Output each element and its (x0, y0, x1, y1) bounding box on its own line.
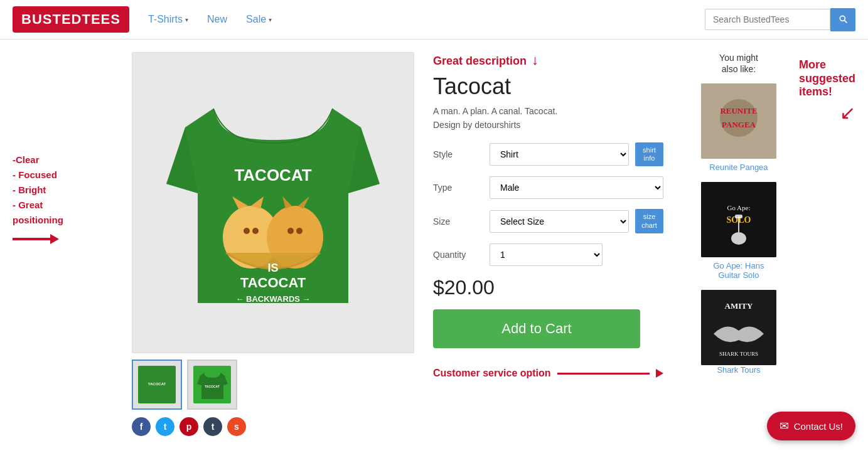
annotation-clear-focused-bright: -Clear - Focused - Bright - Great positi… (13, 152, 119, 228)
pinterest-icon[interactable]: p (179, 417, 198, 436)
type-row: Type Male Female (433, 176, 663, 199)
svg-text:TACOCAT: TACOCAT (240, 275, 306, 290)
svg-text:PANGEA: PANGEA (722, 120, 756, 129)
suggested-name-reunite: Reunite Pangea (682, 163, 795, 172)
nav-tshirts[interactable]: T-Shirts ▾ (148, 14, 188, 25)
thumbnail-1[interactable]: TACOCAT (132, 360, 182, 410)
mail-icon: ✉ (780, 419, 789, 433)
svg-point-23 (731, 232, 746, 245)
size-label: Size (433, 216, 483, 226)
svg-text:TACOCAT: TACOCAT (147, 382, 166, 386)
svg-text:SHARK TOURS: SHARK TOURS (719, 351, 758, 357)
type-label: Type (433, 183, 483, 193)
quantity-label: Quantity (433, 250, 483, 260)
suggested-img-shark: AMITY SHARK TOURS (701, 290, 776, 365)
type-select[interactable]: Male Female (490, 176, 663, 199)
size-select[interactable]: Select Size S M L XL 2XL (490, 210, 629, 233)
add-to-cart-button[interactable]: Add to Cart (433, 309, 640, 348)
shirt-info-button[interactable]: shirt info (635, 142, 663, 166)
svg-point-6 (296, 228, 303, 234)
suggested-img-reunite: REUNITE PANGEA (701, 83, 776, 159)
main-content: -Clear - Focused - Bright - Great positi… (0, 40, 868, 449)
svg-text:TACOCAT: TACOCAT (234, 166, 311, 184)
suggested-item-reunite[interactable]: REUNITE PANGEA Reunite Pangea (682, 83, 795, 172)
nav-sale[interactable]: Sale ▾ (246, 14, 272, 25)
svg-point-17 (720, 99, 758, 137)
facebook-icon[interactable]: f (132, 417, 151, 436)
svg-text:IS: IS (267, 262, 278, 274)
customer-service-annotation-row: Customer service option (433, 367, 663, 380)
right-panel: You might also like: REUNITE PANGEA Reun… (682, 52, 855, 436)
designer-credit: Design by detourshirts (433, 120, 663, 130)
suggested-item-hans[interactable]: Go Ape: SOLO Go Ape: Hans Guitar Solo (682, 182, 795, 280)
customer-service-annotation: Customer service option (433, 367, 551, 380)
style-row: Style Shirt shirt info (433, 142, 663, 166)
annotation-arrow-right (13, 234, 119, 244)
chevron-down-icon: ▾ (269, 16, 272, 23)
thumbnail-row: TACOCAT TACOCAT (132, 360, 414, 410)
suggested-name-shark: Shark Tours (682, 365, 795, 375)
main-product-image: TACOCAT IS TACOCAT ← BACKWARDS → (132, 52, 414, 353)
product-description: A man. A plan. A canal. Tacocat. (433, 106, 663, 116)
search-input[interactable] (705, 9, 830, 30)
suggested-name-hans: Go Ape: Hans Guitar Solo (682, 261, 795, 280)
suggested-items-panel: You might also like: REUNITE PANGEA Reun… (682, 52, 795, 385)
contact-us-button[interactable]: ✉ Contact Us! (767, 412, 855, 440)
suggested-title: You might also like: (682, 52, 795, 75)
svg-text:TACOCAT: TACOCAT (205, 385, 220, 388)
svg-text:AMITY: AMITY (725, 301, 753, 311)
product-title: Tacocat (433, 73, 663, 100)
great-description-annotation: Great description (433, 55, 527, 67)
cs-arrow-head (656, 369, 663, 378)
stumbleupon-icon[interactable]: s (227, 417, 246, 436)
search-area (705, 8, 855, 31)
header: BUSTEDTEES T-Shirts ▾ New Sale ▾ (0, 0, 868, 40)
svg-text:Go Ape:: Go Ape: (727, 204, 750, 211)
product-price: $20.00 (433, 276, 663, 299)
size-row: Size Select Size S M L XL 2XL size chart (433, 209, 663, 233)
more-suggested-arrow: ↙ (799, 102, 855, 124)
description-annotation-area: Great description ↓ (433, 52, 663, 68)
thumbnail-2[interactable]: TACOCAT (187, 360, 237, 410)
product-image-area: TACOCAT IS TACOCAT ← BACKWARDS → (132, 52, 414, 436)
social-share-icons: f t p t s (132, 417, 414, 436)
svg-point-5 (287, 228, 294, 234)
arrow-line (13, 238, 50, 240)
search-icon (838, 14, 848, 24)
suggested-img-hans: Go Ape: SOLO (701, 182, 776, 257)
more-suggested-annotation: More suggested items! (799, 58, 855, 99)
chevron-down-icon: ▾ (185, 16, 188, 23)
tshirt-graphic: TACOCAT IS TACOCAT ← BACKWARDS → (154, 71, 392, 334)
arrow-head (50, 234, 59, 244)
style-select[interactable]: Shirt (490, 143, 629, 166)
annotation-down-arrow: ↓ (532, 52, 538, 68)
suggested-item-shark[interactable]: AMITY SHARK TOURS Shark Tours (682, 290, 795, 375)
quantity-select[interactable]: 1 2 3 4 5 (490, 243, 603, 266)
cs-arrow-line (557, 373, 650, 375)
nav-new[interactable]: New (207, 14, 227, 25)
size-chart-button[interactable]: size chart (635, 209, 663, 233)
svg-text:← BACKWARDS →: ← BACKWARDS → (235, 294, 310, 304)
tumblr-icon[interactable]: t (203, 417, 222, 436)
style-label: Style (433, 149, 483, 159)
search-button[interactable] (830, 8, 855, 31)
nav: T-Shirts ▾ New Sale ▾ (148, 14, 272, 25)
svg-point-4 (252, 228, 259, 234)
left-annotations: -Clear - Focused - Bright - Great positi… (13, 52, 119, 436)
svg-rect-25 (735, 215, 742, 218)
product-details: Great description ↓ Tacocat A man. A pla… (427, 52, 670, 436)
svg-text:REUNITE: REUNITE (720, 106, 757, 115)
twitter-icon[interactable]: t (156, 417, 174, 436)
logo: BUSTEDTEES (13, 6, 129, 33)
contact-us-label: Contact Us! (794, 421, 843, 432)
quantity-row: Quantity 1 2 3 4 5 (433, 243, 663, 266)
svg-point-3 (244, 228, 250, 234)
